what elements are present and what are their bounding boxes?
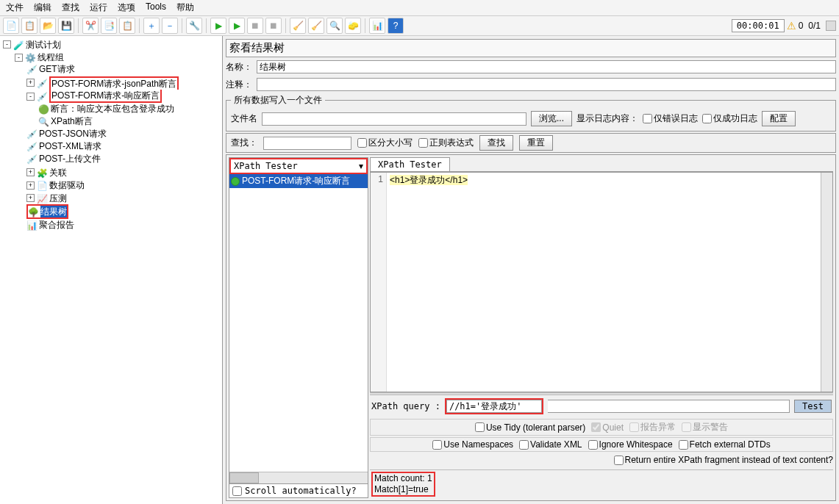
tree-item[interactable]: 💉POST-JSON请求	[26, 128, 107, 140]
help-icon[interactable]: ?	[388, 18, 404, 34]
chevron-down-icon: ▾	[359, 161, 363, 171]
open-icon[interactable]: 📂	[40, 18, 56, 34]
expand-icon[interactable]: +	[26, 181, 35, 190]
tree-item[interactable]: 💉POST-上传文件	[26, 153, 101, 165]
match-result: Match[1]=true	[374, 484, 429, 494]
expand-icon[interactable]: +	[26, 168, 35, 176]
test-button[interactable]: Test	[794, 400, 832, 413]
menu-run[interactable]: 运行	[90, 1, 107, 14]
tree-item[interactable]: 🟢断言：响应文本应包含登录成功	[38, 103, 174, 115]
name-input[interactable]	[257, 60, 836, 73]
details-pane: 察看结果树 名称： 注释： 所有数据写入一个文件 文件名 浏览... 显示日志内…	[223, 36, 839, 504]
menu-options[interactable]: 选项	[118, 1, 135, 14]
reset-button[interactable]: 重置	[519, 135, 553, 151]
menu-tools[interactable]: Tools	[146, 1, 166, 14]
separator	[139, 18, 140, 33]
results-list-pane: XPath Tester ▾ POST-FORM请求-响应断言 Scroll a…	[229, 157, 368, 498]
expand-icon[interactable]: +	[26, 194, 35, 202]
minus-icon[interactable]: －	[162, 18, 178, 34]
tree-item[interactable]: -💉POST-FORM请求-响应断言	[26, 90, 162, 103]
data-icon: 📄	[37, 180, 47, 190]
gear-icon: ⚙️	[25, 52, 35, 62]
regex-checkbox[interactable]	[418, 138, 428, 148]
assertion-icon: 🟢	[38, 104, 49, 114]
horizontal-scrollbar[interactable]	[229, 472, 368, 483]
collapse-icon[interactable]: -	[15, 54, 23, 62]
separator	[285, 18, 286, 33]
menubar: 文件 编辑 查找 运行 选项 Tools 帮助	[0, 0, 839, 16]
renderer-combo[interactable]: XPath Tester ▾	[229, 158, 368, 174]
only-error-checkbox[interactable]	[643, 114, 652, 123]
response-body[interactable]: 1 <h1>登录成功</h1>	[370, 172, 833, 392]
tree-item[interactable]: 💉POST-XML请求	[26, 140, 101, 152]
copy-icon[interactable]: 📑	[101, 18, 117, 34]
use-ns-checkbox[interactable]	[432, 440, 442, 450]
paste-icon[interactable]: 📋	[119, 18, 135, 34]
wand-icon[interactable]: 🔧	[186, 18, 202, 34]
template-icon[interactable]: 📋	[21, 18, 38, 34]
ignore-ws-checkbox[interactable]	[588, 440, 598, 450]
clear1-icon[interactable]: 🧹	[290, 18, 306, 34]
dropper-icon: 💉	[37, 78, 47, 88]
tree-root-label: 测试计划	[26, 39, 61, 51]
filename-input[interactable]	[262, 112, 526, 126]
xpath-query-label: XPath query :	[371, 401, 440, 411]
tree-pane: - 🧪 测试计划 - ⚙️ 线程组 💉GET请求 +💉POST-FORM请求-	[0, 36, 223, 504]
file-output-fieldset: 所有数据写入一个文件 文件名 浏览... 显示日志内容： 仅错误日志 仅成功日志…	[226, 94, 836, 132]
tree-root[interactable]: - 🧪 测试计划	[3, 39, 61, 51]
menu-search[interactable]: 查找	[62, 1, 79, 14]
tree-item[interactable]: 📊聚合报告	[26, 219, 74, 231]
use-tidy-checkbox[interactable]	[475, 422, 485, 432]
tree-item[interactable]: 💉GET请求	[26, 63, 75, 75]
xpath-query-input-rest[interactable]	[548, 400, 790, 413]
collapse-icon[interactable]: -	[3, 40, 11, 48]
browse-button[interactable]: 浏览...	[531, 111, 572, 126]
tree-item[interactable]: +📄数据驱动	[26, 179, 85, 191]
shutdown-icon[interactable]: ⏹	[265, 18, 282, 34]
expand-icon[interactable]: +	[26, 79, 35, 87]
broom-icon[interactable]: 🧽	[345, 18, 361, 34]
vertical-scrollbar[interactable]	[821, 173, 832, 392]
tree-item[interactable]: +📈压测	[26, 192, 67, 204]
dropper-icon: 💉	[26, 141, 37, 151]
run-now-icon[interactable]: ▶	[229, 18, 245, 34]
cut-icon[interactable]: ✂️	[82, 18, 99, 34]
validate-checkbox[interactable]	[519, 440, 529, 450]
menu-edit[interactable]: 编辑	[34, 1, 51, 14]
xpath-query-input[interactable]	[446, 400, 542, 413]
link-icon: 🧩	[37, 168, 47, 178]
report-err-checkbox	[629, 422, 639, 432]
find-button[interactable]: 查找	[479, 135, 513, 151]
tree-item[interactable]: +💉POST-FORM请求-jsonPath断言	[26, 76, 179, 90]
beaker-icon: 🧪	[13, 40, 24, 50]
tree-item-result-tree[interactable]: 🌳结果树	[26, 204, 68, 219]
tree-item[interactable]: +🧩关联	[26, 167, 67, 179]
comment-input[interactable]	[257, 78, 836, 91]
tree-thread-group[interactable]: - ⚙️ 线程组	[15, 51, 64, 63]
binoculars-icon[interactable]: 🔍	[326, 18, 343, 34]
stop-icon[interactable]: ⏹	[247, 18, 263, 34]
new-icon[interactable]: 📄	[3, 18, 19, 34]
run-icon[interactable]: ▶	[210, 18, 226, 34]
collapse-icon[interactable]: -	[26, 93, 35, 101]
plus-icon[interactable]: ＋	[143, 18, 160, 34]
config-button[interactable]: 配置	[762, 111, 796, 126]
clear2-icon[interactable]: 🧹	[308, 18, 324, 34]
menu-file[interactable]: 文件	[6, 1, 24, 14]
function-icon[interactable]: 📊	[369, 18, 385, 34]
result-item[interactable]: POST-FORM请求-响应断言	[229, 174, 368, 188]
status-indicator	[826, 21, 836, 31]
tree-item[interactable]: 🔍XPath断言	[38, 115, 93, 127]
search-input[interactable]	[263, 137, 351, 150]
save-icon[interactable]: 💾	[58, 18, 74, 34]
only-success-checkbox[interactable]	[702, 114, 712, 123]
return-fragment-checkbox[interactable]	[614, 456, 624, 465]
scroll-auto-checkbox[interactable]	[232, 486, 242, 496]
response-pane: XPath Tester 1 <h1>登录成功</h1> XPath query…	[370, 157, 833, 498]
menu-help[interactable]: 帮助	[176, 1, 194, 14]
tab-xpath-tester[interactable]: XPath Tester	[370, 157, 450, 171]
fetch-dtd-checkbox[interactable]	[679, 440, 688, 450]
success-icon	[231, 177, 240, 186]
case-checkbox[interactable]	[357, 138, 367, 148]
match-count: Match count: 1	[374, 473, 432, 483]
